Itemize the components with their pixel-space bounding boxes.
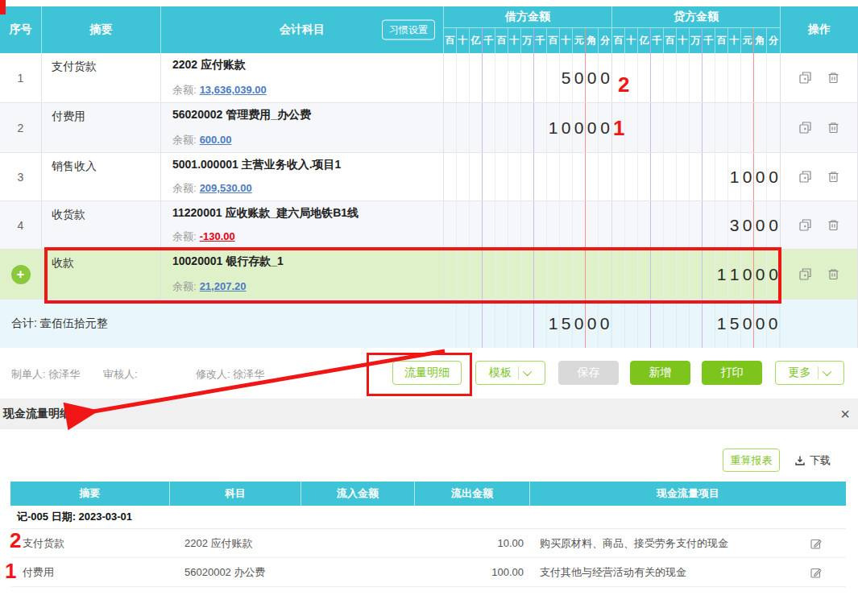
credit-amount-cell[interactable]: 11000 (612, 250, 781, 299)
add-button[interactable]: 新增 (630, 361, 690, 385)
amount-digit-cell: 5 (728, 300, 741, 348)
row-account-cell[interactable]: 10020001 银行存款_1 余额:21,207.20 (161, 250, 444, 299)
row-account-cell[interactable]: 11220001 应收账款_建六局地铁B1线 余额:-130.00 (161, 201, 444, 249)
row-account-cell[interactable]: 5001.000001 主营业务收入.项目1 余额:209,530.00 (161, 153, 444, 201)
digit-column-label: 百 (715, 28, 728, 53)
digit-column-label: 千 (651, 28, 664, 53)
credit-amount-cell[interactable] (612, 53, 781, 102)
digit-column-label: 十 (560, 28, 573, 53)
debit-amount-cell[interactable]: 5000 (444, 53, 612, 102)
total-label: 合计: 壹佰伍拾元整 (0, 300, 444, 348)
amount-digit-cell (495, 201, 508, 249)
row-summary-cell[interactable]: 收货款 (42, 201, 161, 249)
balance-value[interactable]: 13,636,039.00 (200, 84, 267, 96)
column-header-credit: 贷方金额 百十亿千百十万千百十元角分 (612, 6, 781, 53)
debit-amount-cell[interactable]: 10000 (444, 103, 612, 152)
row-operations-cell (781, 201, 858, 249)
cf-summary-cell: 付费用 (10, 558, 170, 586)
amount-digit-cell (690, 153, 703, 201)
habit-settings-button[interactable]: 习惯设置 (382, 20, 435, 40)
insert-row-icon[interactable] (798, 218, 812, 232)
amount-digit-cell: 1 (715, 300, 728, 348)
delete-row-icon[interactable] (827, 218, 840, 232)
insert-row-icon[interactable] (798, 121, 812, 134)
debit-amount-cell[interactable] (444, 153, 612, 201)
amount-digit-cell (521, 300, 534, 348)
voucher-table: 序号 摘要 会计科目 习惯设置 借方金额 百十亿千百十万千百十元角分 贷方金额 … (0, 6, 858, 348)
delete-row-icon[interactable] (827, 170, 840, 184)
delete-row-icon[interactable] (827, 267, 840, 281)
edit-icon[interactable] (810, 567, 822, 578)
digit-column-label: 千 (703, 28, 715, 53)
amount-digit-cell (715, 201, 728, 249)
credit-amount-cell[interactable]: 3000 (612, 201, 781, 249)
amount-digit-cell (444, 53, 457, 102)
credit-amount-cell[interactable] (612, 103, 781, 152)
flow-detail-button[interactable]: 流量明细 (392, 361, 462, 385)
amount-digit-cell (508, 300, 521, 348)
amount-digit-cell (573, 153, 586, 201)
digit-column-label: 百 (612, 28, 625, 53)
amount-digit-cell (690, 53, 703, 102)
amount-digit-cell (651, 153, 664, 201)
cf-header-inflow: 流入金额 (301, 482, 415, 506)
delete-row-icon[interactable] (827, 121, 840, 134)
balance-value[interactable]: -130.00 (200, 230, 235, 242)
amount-digit-cell (470, 250, 483, 299)
digit-column-label: 分 (599, 28, 611, 53)
cashflow-rows: 支付货款 2202 应付账款 10.00 购买原材料、商品、接受劳务支付的现金 … (10, 529, 846, 587)
amount-digit-cell (664, 201, 677, 249)
amount-digit-cell (767, 103, 780, 152)
more-button[interactable]: 更多 (775, 361, 844, 385)
amount-digit-cell (508, 250, 521, 299)
cashflow-table-header: 摘要 科目 流入金额 流出金额 现金流量项目 (10, 482, 846, 506)
amount-digit-cell (547, 250, 560, 299)
amount-digit-cell (728, 53, 741, 102)
digit-column-label: 元 (741, 28, 754, 53)
amount-digit-cell (573, 250, 586, 299)
row-summary-cell[interactable]: 收款 (42, 250, 161, 299)
amount-digit-cell: 0 (754, 201, 767, 249)
balance-value[interactable]: 21,207.20 (200, 280, 247, 292)
amount-digit-cell (612, 53, 625, 102)
save-button[interactable]: 保存 (558, 361, 619, 385)
amount-digit-cell (495, 300, 508, 348)
credit-amount-cell[interactable]: 1000 (612, 153, 781, 201)
digit-column-label: 亿 (470, 28, 483, 53)
amount-digit-cell (741, 53, 754, 102)
row-account-cell[interactable]: 56020002 管理费用_办公费 余额:600.00 (161, 103, 444, 152)
recalculate-report-button[interactable]: 重算报表 (723, 449, 780, 472)
amount-digit-cell (767, 53, 780, 102)
amount-digit-cell (444, 201, 457, 249)
amount-digit-cell: 0 (754, 153, 767, 201)
debit-amount-cell[interactable] (444, 250, 612, 299)
insert-row-icon[interactable] (798, 267, 812, 281)
voucher-footer: 制单人: 徐泽华 审核人: 修改人: 徐泽华 流量明细 模板 保存 新增 打印 … (0, 348, 858, 399)
debit-digit-labels: 百十亿千百十万千百十元角分 (444, 27, 611, 53)
template-button[interactable]: 模板 (475, 361, 545, 385)
amount-digit-cell (638, 300, 651, 348)
debit-amount-cell[interactable] (444, 201, 612, 249)
insert-row-icon[interactable] (798, 71, 812, 85)
edit-icon[interactable] (810, 538, 822, 549)
delete-row-icon[interactable] (827, 71, 840, 85)
amount-digit-cell (495, 103, 508, 152)
add-row-plus-icon[interactable]: + (11, 265, 31, 284)
balance-value[interactable]: 209,530.00 (200, 182, 252, 194)
digit-column-label: 亿 (638, 28, 651, 53)
row-account-cell[interactable]: 2202 应付账款 余额:13,636,039.00 (161, 53, 444, 102)
row-summary-cell[interactable]: 支付货款 (42, 53, 161, 102)
amount-digit-cell: 0 (754, 300, 767, 348)
amount-digit-cell (599, 250, 611, 299)
balance-value[interactable]: 600.00 (200, 134, 232, 146)
row-summary-cell[interactable]: 销售收入 (42, 153, 161, 201)
chevron-down-icon (822, 367, 831, 376)
download-button[interactable]: 下载 (794, 453, 831, 468)
voucher-row: 3 销售收入 5001.000001 主营业务收入.项目1 余额:209,530… (0, 153, 858, 201)
balance-label: 余额: (172, 84, 197, 96)
row-summary-cell[interactable]: 付费用 (42, 103, 161, 152)
insert-row-icon[interactable] (798, 170, 812, 184)
print-button[interactable]: 打印 (702, 361, 762, 385)
amount-digit-cell: 5 (560, 53, 573, 102)
close-icon[interactable]: × (840, 406, 850, 422)
